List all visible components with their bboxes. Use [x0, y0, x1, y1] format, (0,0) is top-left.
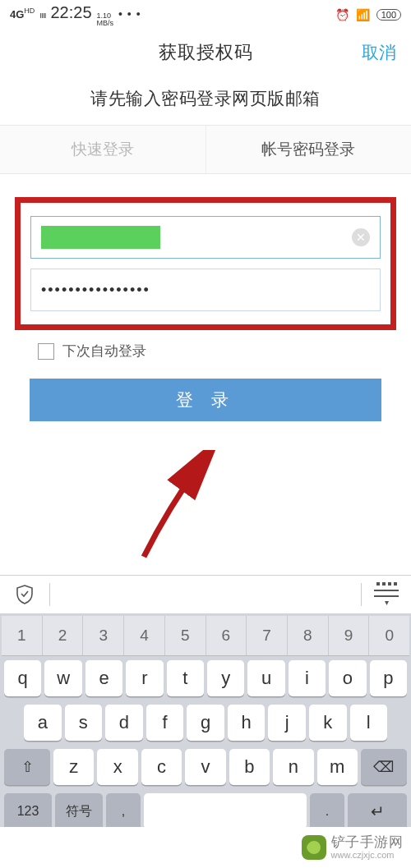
- key-h[interactable]: h: [228, 705, 266, 741]
- key-b[interactable]: b: [229, 749, 270, 785]
- key-q[interactable]: q: [4, 660, 41, 696]
- suggestion-bar: ▾: [0, 575, 411, 614]
- status-left: 4GHD ıııı 22:25 1.10MB/s • • •: [10, 3, 141, 27]
- tab-account-login[interactable]: 帐号密码登录: [206, 126, 412, 173]
- key-1[interactable]: 1: [2, 616, 43, 655]
- security-shield-icon[interactable]: [0, 585, 49, 604]
- numeric-toggle-key[interactable]: 123: [4, 793, 52, 829]
- letter-row-2: a s d f g h j k l: [2, 700, 409, 745]
- input-highlight-box: ✕ ••••••••••••••••: [15, 197, 396, 330]
- annotation-arrow-icon: [127, 450, 226, 565]
- key-5[interactable]: 5: [165, 616, 206, 655]
- key-r[interactable]: r: [126, 660, 163, 696]
- clear-icon[interactable]: ✕: [352, 228, 370, 246]
- remember-label: 下次自动登录: [62, 342, 146, 361]
- status-bar: 4GHD ıııı 22:25 1.10MB/s • • • 100: [0, 0, 411, 30]
- keyboard-menu-icon[interactable]: ▾: [362, 582, 411, 607]
- key-l[interactable]: l: [350, 705, 388, 741]
- instruction-text: 请先输入密码登录网页版邮箱: [0, 76, 411, 125]
- key-0[interactable]: 0: [369, 616, 409, 655]
- key-a[interactable]: a: [24, 705, 62, 741]
- login-form: ✕ •••••••••••••••• 下次自动登录 登 录: [0, 197, 411, 421]
- key-3[interactable]: 3: [83, 616, 124, 655]
- watermark: 铲子手游网 www.czjxjc.com: [0, 827, 411, 868]
- key-x[interactable]: x: [97, 749, 137, 785]
- key-c[interactable]: c: [141, 749, 182, 785]
- network-speed: 1.10MB/s: [97, 12, 114, 27]
- login-button[interactable]: 登 录: [30, 379, 381, 421]
- key-8[interactable]: 8: [288, 616, 329, 655]
- status-right: 100: [335, 8, 401, 21]
- backspace-key[interactable]: ⌫: [361, 749, 407, 785]
- key-p[interactable]: p: [370, 660, 407, 696]
- key-4[interactable]: 4: [124, 616, 165, 655]
- key-o[interactable]: o: [329, 660, 366, 696]
- key-f[interactable]: f: [146, 705, 184, 741]
- key-y[interactable]: y: [207, 660, 244, 696]
- remember-checkbox[interactable]: [38, 343, 54, 360]
- key-k[interactable]: k: [309, 705, 347, 741]
- key-2[interactable]: 2: [43, 616, 84, 655]
- key-v[interactable]: v: [185, 749, 225, 785]
- key-s[interactable]: s: [65, 705, 103, 741]
- password-field[interactable]: ••••••••••••••••: [30, 269, 381, 311]
- clock: 22:25: [50, 3, 91, 22]
- remember-row[interactable]: 下次自动登录: [38, 342, 403, 361]
- username-field[interactable]: ✕: [30, 216, 381, 259]
- watermark-text: 铲子手游网 www.czjxjc.com: [331, 835, 404, 861]
- password-masked: ••••••••••••••••: [41, 282, 150, 299]
- enter-key[interactable]: ↵: [348, 793, 407, 829]
- shift-key[interactable]: ⇧: [4, 749, 50, 785]
- number-row: 1 2 3 4 5 6 7 8 9 0: [2, 616, 409, 656]
- comma-key[interactable]: ,: [106, 793, 141, 829]
- symbol-key[interactable]: 符号: [55, 793, 103, 829]
- key-9[interactable]: 9: [329, 616, 370, 655]
- letter-row-1: q w e r t y u i o p: [2, 656, 409, 700]
- key-d[interactable]: d: [105, 705, 143, 741]
- period-key[interactable]: .: [310, 793, 344, 829]
- key-z[interactable]: z: [53, 749, 94, 785]
- key-t[interactable]: t: [167, 660, 204, 696]
- cancel-button[interactable]: 取消: [362, 41, 396, 64]
- signal-bars-icon: ıııı: [39, 11, 45, 20]
- key-g[interactable]: g: [187, 705, 224, 741]
- watermark-logo-icon: [302, 835, 326, 860]
- letter-row-3: ⇧ z x c v b n m ⌫: [2, 745, 409, 789]
- alarm-icon: [335, 8, 349, 21]
- nav-bar: 获取授权码 取消: [0, 30, 411, 76]
- key-w[interactable]: w: [44, 660, 81, 696]
- more-dots-icon: • • •: [118, 7, 141, 21]
- key-6[interactable]: 6: [206, 616, 247, 655]
- key-n[interactable]: n: [273, 749, 313, 785]
- key-j[interactable]: j: [268, 705, 306, 741]
- page-title: 获取授权码: [159, 40, 253, 65]
- login-tabs: 快速登录 帐号密码登录: [0, 125, 411, 174]
- battery-indicator: 100: [376, 9, 401, 21]
- key-i[interactable]: i: [289, 660, 326, 696]
- wifi-icon: [356, 8, 370, 21]
- signal-type: 4GHD: [10, 7, 35, 21]
- key-e[interactable]: e: [85, 660, 122, 696]
- tab-quick-login[interactable]: 快速登录: [0, 126, 206, 173]
- separator: [49, 583, 50, 606]
- username-redacted: [41, 226, 160, 249]
- key-u[interactable]: u: [247, 660, 284, 696]
- keyboard: 1 2 3 4 5 6 7 8 9 0 q w e r t y u i o p …: [0, 614, 411, 827]
- key-7[interactable]: 7: [247, 616, 288, 655]
- key-m[interactable]: m: [317, 749, 358, 785]
- space-key[interactable]: [144, 793, 307, 829]
